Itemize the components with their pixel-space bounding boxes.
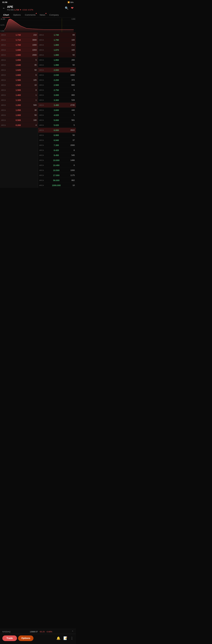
bid-side: ARCA 1.710 3000 (0, 38, 38, 42)
table-row: ARCA 1.050 30 ARCA 3.600 440 (0, 108, 76, 113)
nasdaq-price: 13689.57 (30, 630, 38, 633)
chevron-up-icon[interactable]: ⌃ (72, 630, 73, 633)
chart-svg (0, 18, 76, 32)
ask-side: ARCA 2.000 4785 (38, 68, 76, 72)
trade-button[interactable]: Trade (2, 636, 17, 641)
premarket-change: -0.010 (22, 9, 27, 11)
table-row: ARCA 1.520 10 ARCA 2.500 600 (0, 82, 76, 88)
table-row: ARCA 6.900 50 (0, 133, 76, 138)
table-row: ARCA 10.500 1000 (0, 168, 76, 173)
ask-side: ARCA 3.000 800 (38, 92, 76, 98)
news-dot (45, 13, 46, 14)
bid-side-empty (0, 138, 38, 142)
ask-side: ARCA 1.880 50 (38, 52, 76, 57)
status-bar: 01:58 📶 59% (0, 0, 76, 4)
bid-side: ARCA 1.500 8 (0, 88, 38, 92)
ask-side: ARCA 1.790 100 (38, 38, 76, 42)
table-row: ARCA 1.640 95 ARCA 1.990 50 (0, 62, 76, 68)
ask-side: ARCA 4.020 5 (38, 113, 76, 118)
bid-side-empty (0, 148, 38, 153)
ask-side: ARCA 9.450 545 (38, 153, 76, 158)
bid-side: ARCA 1.000 50 (0, 113, 38, 118)
back-button[interactable]: ← (2, 6, 5, 10)
table-row: ARCA 1000.000 10 (0, 183, 76, 188)
bid-side: ARCA 1.320 1 (0, 98, 38, 102)
comments-dot (36, 13, 37, 14)
bid-side-empty (0, 158, 38, 163)
bid-side: ARCA 1.580 105 (0, 78, 38, 82)
ask-side: ARCA 1.800 212 (38, 42, 76, 47)
options-button[interactable]: Options (18, 636, 33, 641)
premarket-change-pct: -0.57% (27, 9, 33, 11)
bid-side: ARCA 1.690 2203 (0, 48, 38, 52)
header-left: ← APE Pre-Mkt 1.730 ▼ -0.010 -0.57% (2, 5, 33, 11)
nasdaq-label: NASDAQ (2, 630, 10, 633)
alert-icon[interactable]: 🔔 (56, 636, 60, 640)
table-row: ARCA 1.580 105 ARCA 2.200 372 (0, 78, 76, 82)
ask-exchange: ARCA (39, 34, 44, 36)
chart-area: 16.48K 8.273 0.200 6.000 (0, 18, 76, 32)
status-time: 01:58 (2, 1, 7, 4)
tab-comments[interactable]: Comments (23, 12, 38, 18)
tab-news[interactable]: News (37, 12, 47, 18)
bid-side: ARCA 1.600 6 (0, 72, 38, 78)
note-icon[interactable]: 📝 (63, 636, 67, 640)
ask-side: ARCA 5.000 581 (38, 118, 76, 122)
tab-chart[interactable]: Chart (1, 12, 11, 18)
bid-side-empty (0, 143, 38, 148)
down-arrow-icon: ▼ (19, 9, 21, 11)
bottom-action-bar: Trade Options 🔔 📝 ⋮ (0, 634, 76, 644)
bid-exchange: ARCA (1, 34, 6, 36)
stock-info: APE Pre-Mkt 1.730 ▼ -0.010 -0.57% (7, 5, 33, 11)
more-icon[interactable]: ⋮ (70, 636, 73, 640)
ask-side: ARCA 10.000 1486 (38, 158, 76, 163)
bottom-icons: 🔔 📝 ⋮ (56, 636, 73, 640)
table-row: ARCA 7.300 2000 (0, 143, 76, 148)
bid-side: ARCA 0.200 4 (0, 123, 38, 128)
bid-side-empty (0, 163, 38, 168)
nasdaq-change-pct: -0.68% (46, 630, 52, 633)
bid-side: ARCA 1.640 95 (0, 62, 38, 68)
ask-side: ARCA 17.000 1175 (38, 173, 76, 178)
nasdaq-bar: NASDAQ 13689.57 -93.25 -0.68% ⌃ (0, 629, 76, 634)
table-row: ARCA 0.500 100 ARCA 5.000 581 (0, 118, 76, 123)
bid-side-empty (0, 133, 38, 138)
ask-side: ARCA 2.500 600 (38, 82, 76, 88)
tab-company[interactable]: Company (47, 12, 61, 18)
bid-side: ARCA 1.620 50 (0, 68, 38, 72)
tab-options[interactable]: Options (11, 12, 23, 18)
table-row: ARCA 10.000 1486 (0, 158, 76, 163)
premarket-price: 1.730 (14, 9, 19, 11)
table-row: ARCA 1.000 50 ARCA 4.020 5 (0, 113, 76, 118)
table-row: ARCA 17.000 1175 (0, 173, 76, 178)
ask-size: 69 (69, 34, 75, 36)
ask-side: ARCA 2.030 1000 (38, 72, 76, 78)
stock-header: ← APE Pre-Mkt 1.730 ▼ -0.010 -0.57% 🔍 ❤ (0, 4, 76, 12)
table-row: ARCA 1.620 50 ARCA 2.000 4785 (0, 68, 76, 72)
ask-side: ARCA 1.870 100 (38, 48, 76, 52)
bid-side-empty (0, 183, 38, 188)
ask-side: ARCA 3.480 2745 (38, 103, 76, 108)
bid-side: ARCA 1.700 1000 (0, 42, 38, 47)
table-row: ARCA 0.200 4 ARCA 5.020 5 (0, 123, 76, 128)
stock-ticker: APE (7, 5, 33, 8)
ask-side: ARCA 1.950 200 (38, 58, 76, 62)
bid-size: 210 (31, 34, 36, 36)
bid-side: ARCA 1.520 10 (0, 82, 38, 88)
bid-side: ARCA 1.680 2000 (0, 52, 38, 57)
signal-icon: 📶 (68, 1, 70, 3)
bid-side: ARCA 1.050 30 (0, 108, 38, 112)
table-row: ARCA 56.000 862 (0, 178, 76, 183)
table-row: ARCA 1.710 3000 ARCA 1.790 100 (0, 38, 76, 42)
search-icon[interactable]: 🔍 (65, 6, 68, 10)
bid-side: ARCA 1.730 210 (0, 32, 38, 37)
ask-side: ARCA 1.990 50 (38, 62, 76, 68)
bid-side: ARCA 1.200 500 (0, 103, 38, 108)
tab-bar: Chart Options Comments News Company (0, 12, 76, 18)
favorite-icon[interactable]: ❤ (71, 6, 73, 10)
status-icons: 📶 59% (68, 1, 73, 3)
ask-side: ARCA 3.300 528 (38, 98, 76, 102)
ask-side: ARCA 1000.000 10 (38, 183, 76, 188)
table-row: ARCA 1.400 1 ARCA 3.000 800 (0, 92, 76, 98)
table-row: ARCA 6.000 2622 (0, 128, 76, 133)
